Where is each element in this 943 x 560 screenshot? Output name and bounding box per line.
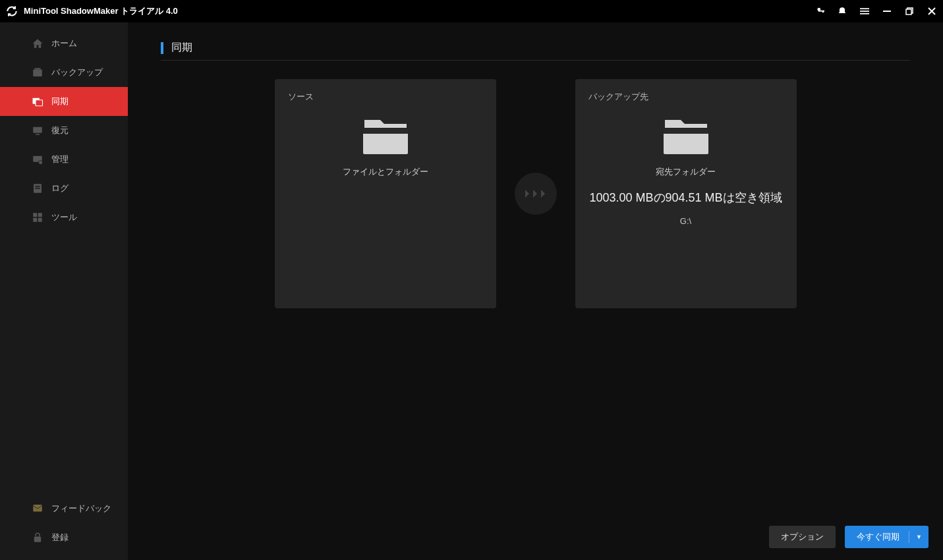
sync-icon <box>32 96 43 107</box>
app-logo-icon <box>5 5 18 18</box>
content-area: 同期 ソース ファイルとフォルダー <box>128 22 943 560</box>
svg-rect-0 <box>860 8 869 9</box>
sidebar-item-label: 復元 <box>51 125 69 136</box>
svg-rect-7 <box>33 70 42 77</box>
manage-icon <box>32 154 43 165</box>
sidebar-item-label: ホーム <box>51 38 77 49</box>
lock-icon <box>32 532 43 544</box>
sidebar-item-restore[interactable]: 復元 <box>0 116 128 145</box>
source-caption: ファイルとフォルダー <box>288 166 483 178</box>
restore-icon <box>32 125 43 136</box>
svg-rect-12 <box>36 134 40 135</box>
sidebar-item-logs[interactable]: ログ <box>0 174 128 203</box>
chevron-down-icon[interactable]: ▼ <box>916 534 922 540</box>
source-label: ソース <box>288 91 483 103</box>
sidebar-item-label: ログ <box>51 182 69 194</box>
sidebar-item-register[interactable]: 登録 <box>0 523 128 552</box>
svg-rect-25 <box>363 129 408 134</box>
svg-rect-18 <box>33 213 37 217</box>
sidebar-item-manage[interactable]: 管理 <box>0 145 128 174</box>
svg-rect-10 <box>36 100 43 106</box>
log-icon <box>32 182 43 194</box>
sync-now-button[interactable]: 今すぐ同期 ▼ <box>845 526 929 548</box>
home-icon <box>32 38 43 49</box>
destination-storage-info: 1003.00 MBの904.51 MBは空き領域 <box>588 190 784 206</box>
svg-rect-20 <box>33 218 37 222</box>
titlebar-controls <box>814 5 938 17</box>
svg-rect-2 <box>860 13 869 14</box>
sidebar-item-label: 同期 <box>51 96 69 107</box>
notification-icon[interactable] <box>836 5 848 17</box>
page-header: 同期 <box>161 22 910 61</box>
svg-rect-8 <box>35 68 41 69</box>
sidebar-item-label: ツール <box>51 211 77 223</box>
key-icon[interactable] <box>814 5 826 17</box>
tools-icon <box>32 211 43 223</box>
svg-point-14 <box>39 161 43 165</box>
sidebar-item-tools[interactable]: ツール <box>0 203 128 232</box>
sidebar-item-label: フィードバック <box>51 503 111 515</box>
feedback-icon <box>32 503 43 515</box>
source-card[interactable]: ソース ファイルとフォルダー <box>275 79 496 308</box>
folder-icon <box>362 115 409 158</box>
sidebar-item-feedback[interactable]: フィードバック <box>0 494 128 523</box>
sidebar-item-sync[interactable]: 同期 <box>0 87 128 116</box>
titlebar: MiniTool ShadowMaker トライアル 4.0 <box>0 0 943 22</box>
destination-path: G:\ <box>588 216 784 226</box>
direction-arrow-icon <box>515 173 557 215</box>
page-title: 同期 <box>171 41 192 55</box>
header-accent-bar <box>161 42 163 54</box>
svg-rect-22 <box>33 505 42 512</box>
destination-label: バックアップ先 <box>588 91 784 103</box>
svg-rect-11 <box>33 127 42 133</box>
close-button[interactable] <box>926 5 938 17</box>
folder-icon <box>662 115 710 158</box>
sidebar-item-label: バックアップ <box>51 67 103 78</box>
button-divider <box>909 531 909 543</box>
maximize-button[interactable] <box>903 5 915 17</box>
destination-card[interactable]: バックアップ先 宛先フォルダー 1003.00 MBの904.51 MBは空き領… <box>575 79 797 308</box>
backup-icon <box>32 67 43 78</box>
svg-rect-17 <box>35 188 40 189</box>
svg-rect-21 <box>38 218 42 222</box>
sync-now-label: 今すぐ同期 <box>857 531 900 543</box>
app-title: MiniTool ShadowMaker トライアル 4.0 <box>24 5 814 17</box>
sidebar-item-home[interactable]: ホーム <box>0 29 128 58</box>
minimize-button[interactable] <box>881 5 893 17</box>
destination-caption: 宛先フォルダー <box>588 166 784 178</box>
svg-rect-1 <box>860 11 869 12</box>
svg-rect-27 <box>664 129 708 134</box>
svg-rect-23 <box>34 537 42 542</box>
options-label: オプション <box>781 531 824 543</box>
svg-rect-19 <box>38 213 42 217</box>
sidebar-item-backup[interactable]: バックアップ <box>0 58 128 87</box>
options-button[interactable]: オプション <box>769 526 836 548</box>
svg-rect-4 <box>906 9 911 14</box>
menu-icon[interactable] <box>859 5 871 17</box>
sidebar-item-label: 登録 <box>51 532 69 544</box>
svg-rect-16 <box>35 186 40 187</box>
sidebar-item-label: 管理 <box>51 154 69 165</box>
svg-rect-3 <box>883 11 891 12</box>
sidebar: ホーム バックアップ 同期 復元 <box>0 22 128 560</box>
